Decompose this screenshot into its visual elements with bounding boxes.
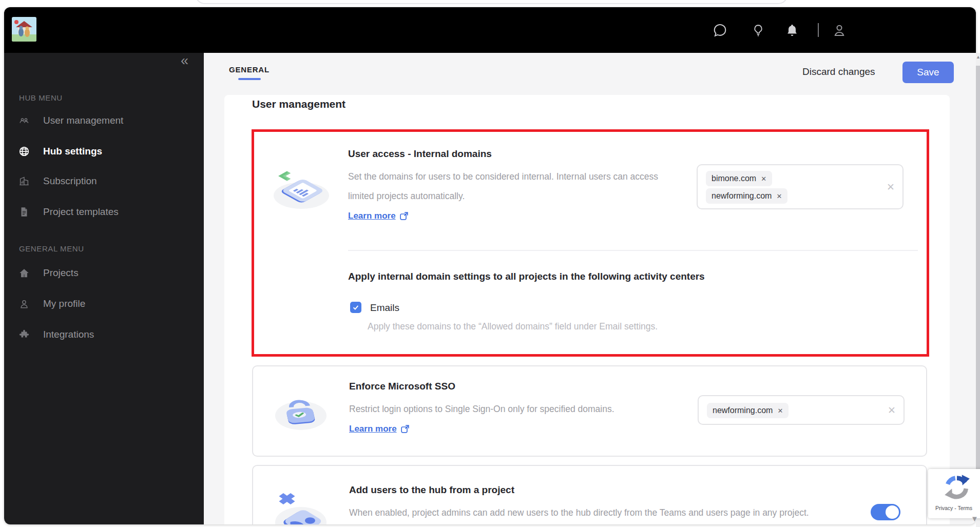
users-icon — [18, 115, 30, 126]
app-window: « HUB MENU User management Hub settings — [4, 7, 976, 524]
recaptcha-icon — [943, 474, 971, 501]
learn-more-label: Learn more — [349, 424, 397, 434]
emails-checkbox[interactable] — [350, 302, 361, 313]
sidebar-item-label: Project templates — [43, 206, 119, 218]
section-divider — [348, 250, 918, 251]
sidebar-section-hub-menu: HUB MENU — [19, 93, 63, 102]
home-icon — [18, 267, 30, 279]
sidebar-item-hub-settings[interactable]: Hub settings — [4, 141, 204, 162]
scrollbar-thumb[interactable] — [976, 66, 980, 515]
section-title-internal-domains: User access - Internal domains — [348, 148, 492, 160]
bell-icon[interactable] — [785, 23, 799, 38]
save-button[interactable]: Save — [902, 62, 954, 83]
sidebar: « HUB MENU User management Hub settings — [4, 53, 204, 524]
chat-icon[interactable] — [712, 23, 727, 38]
chip-remove-icon[interactable]: ✕ — [776, 192, 782, 200]
emails-checkbox-label[interactable]: Emails — [370, 302, 399, 314]
sso-card: Enforce Microsoft SSO Restrict login opt… — [252, 365, 927, 457]
page-title: User management — [252, 98, 345, 110]
emails-checkbox-help: Apply these domains to the “Allowed doma… — [368, 321, 658, 332]
document-icon — [18, 206, 30, 218]
chip-remove-icon[interactable]: ✕ — [761, 175, 766, 183]
sidebar-item-projects[interactable]: Projects — [4, 263, 204, 283]
sidebar-item-label: Subscription — [43, 175, 97, 187]
tab-active-underline — [238, 78, 261, 80]
learn-more-label: Learn more — [348, 211, 396, 221]
sso-illustration — [273, 391, 329, 436]
add-users-illustration — [273, 491, 329, 524]
learn-more-link-sso[interactable]: Learn more — [349, 424, 409, 434]
discard-changes-button[interactable]: Discard changes — [802, 66, 875, 77]
clear-field-icon[interactable]: ✕ — [888, 404, 896, 416]
sidebar-item-integrations[interactable]: Integrations — [4, 324, 204, 345]
sidebar-item-label: Hub settings — [43, 146, 102, 157]
apply-domains-heading: Apply internal domain settings to all pr… — [348, 271, 705, 282]
domain-chip: bimone.com ✕ — [706, 171, 772, 186]
internal-domains-illustration — [270, 167, 333, 213]
puzzle-icon — [18, 329, 30, 340]
hub-logo[interactable] — [12, 17, 36, 42]
chip-remove-icon[interactable]: ✕ — [777, 407, 783, 415]
building-icon — [18, 175, 30, 187]
sidebar-item-project-templates[interactable]: Project templates — [4, 202, 204, 222]
internal-domains-input[interactable]: bimone.com ✕ newforming.com ✕ ✕ — [697, 164, 904, 209]
sidebar-item-subscription[interactable]: Subscription — [4, 171, 204, 191]
tab-general[interactable]: GENERAL — [229, 65, 270, 74]
sidebar-item-label: Projects — [43, 267, 79, 279]
scroll-down-arrow[interactable]: ▼ — [971, 514, 978, 523]
topbar — [4, 7, 976, 53]
domain-chip: newforming.com ✕ — [707, 403, 789, 418]
topbar-divider — [818, 23, 819, 37]
section-title-add-users: Add users to the hub from a project — [349, 484, 514, 496]
external-link-icon — [400, 212, 408, 220]
section-description: Set the domains for users to be consider… — [348, 167, 681, 206]
globe-icon — [18, 146, 30, 157]
scroll-up-arrow[interactable]: ▲ — [976, 55, 980, 60]
browser-omnibox-edge — [195, 0, 788, 4]
sidebar-item-label: Integrations — [43, 329, 94, 340]
add-users-description: When enabled, project admins can add new… — [349, 503, 862, 522]
clear-field-icon[interactable]: ✕ — [887, 181, 895, 193]
learn-more-link-internal-domains[interactable]: Learn more — [348, 211, 408, 221]
section-title-sso: Enforce Microsoft SSO — [349, 381, 455, 392]
sidebar-item-label: My profile — [43, 298, 85, 309]
sidebar-item-my-profile[interactable]: My profile — [4, 294, 204, 314]
check-icon — [352, 304, 359, 311]
user-management-panel: User management Use — [224, 95, 950, 524]
chip-label: newforming.com — [713, 406, 773, 415]
sso-domains-input[interactable]: newforming.com ✕ ✕ — [698, 395, 905, 425]
sidebar-collapse-button[interactable]: « — [181, 54, 188, 68]
add-users-card: Add users to the hub from a project When… — [252, 465, 927, 524]
lightbulb-icon[interactable] — [752, 23, 765, 38]
sidebar-item-user-management[interactable]: User management — [4, 110, 204, 131]
profile-icon[interactable] — [832, 23, 847, 38]
chip-label: newforming.com — [712, 191, 772, 201]
toggle-knob — [886, 505, 899, 519]
recaptcha-badge[interactable]: Privacy - Terms — [928, 469, 980, 518]
external-link-icon — [401, 425, 409, 433]
domain-chip: newforming.com ✕ — [706, 188, 787, 204]
sidebar-item-label: User management — [43, 115, 123, 126]
chip-label: bimone.com — [712, 174, 756, 183]
sidebar-section-general-menu: GENERAL MENU — [19, 244, 84, 253]
add-users-toggle[interactable] — [871, 504, 900, 520]
recaptcha-privacy-terms[interactable]: Privacy - Terms — [928, 505, 979, 511]
person-icon — [18, 298, 30, 309]
